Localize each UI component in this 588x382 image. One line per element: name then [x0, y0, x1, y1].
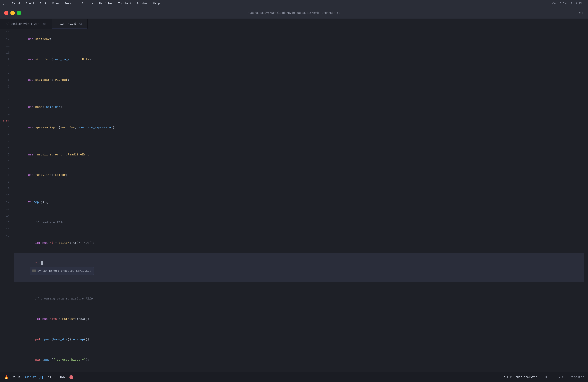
flame-icon: 🔥 [4, 375, 8, 379]
menu-window[interactable]: Window [135, 1, 150, 6]
code-line: let mut path = PathBuf::new(); [14, 309, 584, 329]
error-number: 2 [75, 376, 76, 379]
status-right: ⚙ LSP: rust_analyzer UTF-8 UNIX ⎇ master [504, 375, 584, 379]
error-count: ✕ 2 [69, 375, 76, 379]
tab-nvim[interactable]: nvim (nvim) ⌘2 [52, 19, 88, 29]
lsp-status: ⚙ LSP: rust_analyzer [504, 375, 537, 379]
line-count: 2.3k [13, 376, 20, 379]
tab-spacer [88, 19, 588, 29]
menu-edit[interactable]: Edit [37, 1, 49, 6]
error-circle-icon: ✕ [69, 375, 73, 379]
code-line [14, 282, 584, 289]
menu-scripts[interactable]: Scripts [79, 1, 96, 6]
menu-iterm2[interactable]: iTerm2 [8, 1, 22, 6]
menu-help[interactable]: Help [151, 1, 162, 6]
editor: 13 12 11 10 9 8 7 6 5 4 3 2 1 E 14 1 2 3… [0, 29, 588, 372]
menu-view[interactable]: View [50, 1, 62, 6]
code-line: let mut rl = Editor::<()>::new(); [14, 233, 584, 253]
lsp-label: LSP: rust_analyzer [507, 376, 537, 379]
code-line [14, 90, 584, 97]
menu-bar:  iTerm2 Shell Edit View Session Scripts… [0, 0, 588, 7]
code-line: let history_path = path; [14, 370, 584, 372]
code-line: use rustyline::error::ReadlineError; [14, 145, 584, 165]
code-line: // creating path to history file [14, 289, 584, 309]
menu-profiles[interactable]: Profiles [97, 1, 115, 6]
tab-bar: ~/.config/nvim (-zsh) ⌘1 nvim (nvim) ⌘2 [0, 19, 588, 29]
apple-menu[interactable]:  [3, 1, 5, 6]
code-line [14, 138, 584, 145]
code-line: fn repl() { [14, 192, 584, 212]
window-title: /Users/psiayn/Downloads/nvim-macos/bin/n… [4, 11, 584, 15]
traffic-lights [4, 11, 21, 15]
maximize-button[interactable] [17, 11, 21, 15]
code-line-error: rl. Syntax Error: expected SEMICOLON [14, 253, 584, 282]
minimize-button[interactable] [10, 11, 15, 15]
code-line: path.push(".spresso_history"); [14, 350, 584, 370]
gear-icon: ⚙ [504, 375, 505, 379]
status-left: 🔥 2.3k main.rs [+] 14:7 16% ✕ 2 [4, 375, 76, 379]
status-bar: 🔥 2.3k main.rs [+] 14:7 16% ✕ 2 ⚙ LSP: r… [0, 372, 588, 382]
error-tooltip: Syntax Error: expected SEMICOLON [30, 267, 94, 275]
error-message: Syntax Error: expected SEMICOLON [37, 267, 91, 274]
code-line: use std::path::PathBuf; [14, 70, 584, 90]
tab-nvim-label: nvim (nvim) [58, 22, 76, 25]
code-area: 13 12 11 10 9 8 7 6 5 4 3 2 1 E 14 1 2 3… [0, 29, 588, 372]
menu-shell[interactable]: Shell [23, 1, 37, 6]
code-line: use rustyline::Editor; [14, 165, 584, 185]
code-line: // readline REPL [14, 212, 584, 233]
title-bar: /Users/psiayn/Downloads/nvim-macos/bin/n… [0, 7, 588, 19]
fullscreen-shortcut: ⌘⌃F [579, 11, 584, 15]
code-line: use std::fs::{read_to_string, File}; [14, 50, 584, 70]
git-branch: ⎇ master [569, 375, 584, 379]
branch-name: master [574, 376, 584, 379]
branch-icon: ⎇ [569, 375, 573, 379]
line-numbers: 13 12 11 10 9 8 7 6 5 4 3 2 1 E 14 1 2 3… [0, 29, 13, 372]
scroll-percent: 16% [60, 376, 64, 379]
title-bar-right: ⌘⌃F [579, 11, 584, 15]
code-line [14, 185, 584, 192]
encoding: UTF-8 [543, 376, 551, 379]
line-format: UNIX [557, 376, 564, 379]
menu-toolbelt[interactable]: Toolbelt [116, 1, 134, 6]
tab-zsh-label: ~/.config/nvim (-zsh) [6, 22, 41, 26]
datetime: Wed 13 Dec 10:43 PM [552, 2, 582, 5]
filename: main.rs [+] [25, 376, 43, 379]
close-button[interactable] [4, 11, 8, 15]
cursor-position: 14:7 [48, 376, 55, 379]
menu-session[interactable]: Session [62, 1, 79, 6]
error-box-icon [32, 269, 36, 272]
code-line: use home::home_dir; [14, 97, 584, 117]
tab-zsh[interactable]: ~/.config/nvim (-zsh) ⌘1 [0, 19, 52, 29]
tab-nvim-shortcut: ⌘2 [79, 22, 82, 25]
code-line: path.push(home_dir().unwrap()); [14, 329, 584, 350]
code-line: use spressolisp::{env::Env, evaluate_exp… [14, 117, 584, 138]
code-content[interactable]: use std::env; use std::fs::{read_to_stri… [13, 29, 588, 372]
code-line: use std::env; [14, 29, 584, 50]
tab-zsh-shortcut: ⌘1 [43, 22, 46, 26]
